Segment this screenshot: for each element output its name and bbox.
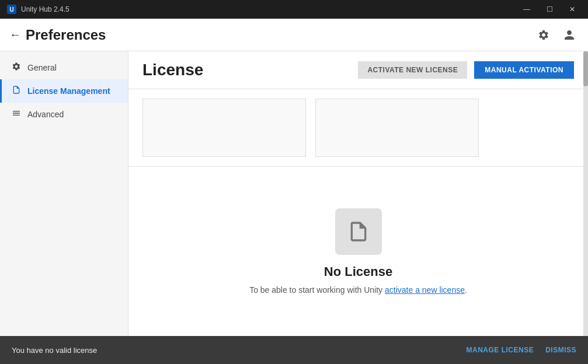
no-license-icon	[347, 220, 370, 243]
sidebar: General License Management Advanced	[0, 51, 128, 336]
manage-license-button[interactable]: MANAGE LICENSE	[466, 346, 534, 354]
minimize-button[interactable]: —	[517, 3, 536, 16]
user-icon-button[interactable]	[560, 26, 579, 44]
license-title: License	[142, 61, 358, 79]
app-icon: U	[7, 5, 16, 14]
license-header-buttons: ACTIVATE NEW LICENSE MANUAL ACTIVATION	[358, 61, 574, 79]
general-icon	[11, 62, 22, 74]
advanced-label: Advanced	[27, 110, 64, 119]
empty-state-description: To be able to start working with Unity a…	[249, 285, 467, 295]
license-panel-2	[315, 99, 479, 157]
title-bar: U Unity Hub 2.4.5 — ☐ ✕	[0, 0, 588, 19]
main-content: General License Management Advanced	[0, 51, 588, 336]
notification-bar: You have no valid license MANAGE LICENSE…	[0, 336, 588, 364]
activate-license-link[interactable]: activate a new license	[385, 285, 465, 295]
header-icons	[534, 26, 579, 44]
sidebar-item-advanced[interactable]: Advanced	[0, 103, 128, 126]
settings-icon	[538, 29, 549, 41]
license-management-label: License Management	[27, 86, 110, 96]
app-title: Unity Hub 2.4.5	[21, 5, 517, 13]
user-icon	[563, 29, 575, 41]
close-button[interactable]: ✕	[563, 3, 581, 16]
back-button[interactable]: ←	[9, 28, 21, 41]
license-management-icon	[11, 85, 22, 97]
empty-description-end: .	[465, 285, 467, 295]
app-icon-text: U	[9, 6, 13, 13]
empty-state: No License To be able to start working w…	[128, 167, 588, 336]
content-area: License ACTIVATE NEW LICENSE MANUAL ACTI…	[128, 51, 588, 336]
settings-icon-button[interactable]	[534, 26, 553, 44]
empty-description-text: To be able to start working with Unity	[249, 285, 385, 295]
dismiss-button[interactable]: DISMISS	[545, 346, 576, 354]
notification-message: You have no valid license	[12, 346, 466, 355]
advanced-icon	[11, 108, 22, 120]
general-label: General	[27, 63, 57, 72]
window-controls: — ☐ ✕	[517, 3, 581, 16]
notification-actions: MANAGE LICENSE DISMISS	[466, 346, 576, 354]
scrollbar-track[interactable]	[583, 51, 588, 336]
sidebar-item-license-management[interactable]: License Management	[0, 79, 128, 103]
sidebar-item-general[interactable]: General	[0, 56, 128, 79]
scrollbar-thumb[interactable]	[583, 51, 588, 86]
empty-icon-container	[335, 208, 382, 255]
license-panels-row	[128, 89, 588, 167]
license-panel-1	[142, 99, 306, 157]
activate-new-license-button[interactable]: ACTIVATE NEW LICENSE	[358, 61, 467, 79]
manual-activation-button[interactable]: MANUAL ACTIVATION	[474, 61, 574, 79]
maximize-button[interactable]: ☐	[541, 3, 559, 16]
license-header: License ACTIVATE NEW LICENSE MANUAL ACTI…	[128, 51, 588, 89]
app-container: ← Preferences	[0, 19, 588, 364]
header: ← Preferences	[0, 19, 588, 51]
page-title: Preferences	[26, 27, 534, 43]
empty-state-title: No License	[324, 264, 392, 279]
